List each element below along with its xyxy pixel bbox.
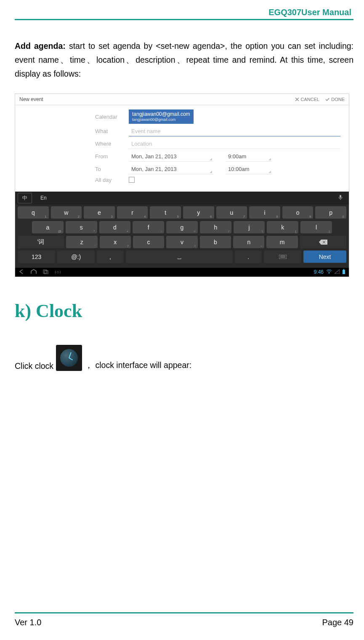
clock-paragraph: Click clock ， clock interface will appea… [15, 345, 353, 371]
from-label: From [95, 153, 129, 160]
kb-lang-en[interactable]: En [35, 194, 53, 202]
where-label: Where [95, 141, 129, 147]
kb-key-p[interactable]: p0 [315, 206, 346, 219]
clock-face-icon [60, 349, 78, 367]
kb-key-z[interactable]: z: [66, 236, 97, 248]
kb-backspace-key[interactable] [300, 236, 346, 248]
svg-point-11 [329, 272, 330, 274]
backspace-icon [319, 240, 327, 245]
svg-marker-12 [335, 269, 340, 274]
footer-version: Ver 1.0 [15, 618, 41, 627]
clock-app-icon[interactable] [56, 345, 82, 371]
android-statusbar: ⟮○⟯ 9:46 [15, 268, 349, 277]
to-date-picker[interactable]: Mon, Jan 21, 2013 [129, 164, 213, 174]
svg-rect-9 [43, 270, 47, 273]
nav-home-icon[interactable] [30, 269, 37, 275]
kb-symbols-key[interactable]: 123 [18, 251, 55, 263]
header-rule [15, 19, 353, 20]
nav-back-icon[interactable] [19, 269, 25, 275]
add-agenda-body: start to set agenda by <set-new agenda>,… [15, 41, 353, 78]
from-date-picker[interactable]: Mon, Jan 21, 2013 [129, 152, 213, 162]
statusbar-time: 9:46 [314, 269, 324, 275]
kb-next-key[interactable]: Next [303, 251, 346, 263]
kb-key-v[interactable]: v! [166, 236, 197, 248]
kb-key-g[interactable]: g= [166, 221, 198, 234]
svg-rect-2 [340, 195, 341, 198]
kb-key-a[interactable]: a@ [32, 221, 64, 234]
kb-key-s[interactable]: s* [66, 221, 97, 234]
mic-icon[interactable] [335, 195, 346, 202]
onscreen-keyboard: 中 En q1w2e3r4t5y6u7i8o9p0 a@s*d+f-g=h/j\… [15, 192, 349, 268]
kb-row-2: a@s*d+f-g=h/j\k(l) [18, 221, 346, 234]
new-event-title: New event [19, 96, 43, 102]
check-icon [325, 97, 329, 101]
svg-rect-13 [343, 270, 345, 274]
kb-key-k[interactable]: k( [267, 221, 298, 234]
kb-shift-key[interactable]: '词 [18, 236, 64, 248]
close-icon [295, 97, 299, 101]
kb-key-q[interactable]: q1 [18, 206, 49, 219]
location-input[interactable]: Location [129, 139, 340, 149]
to-time-picker[interactable]: 10:00am [226, 164, 272, 174]
wifi-icon [326, 269, 332, 275]
battery-icon [342, 269, 345, 275]
cancel-button[interactable]: CANCEL [295, 97, 320, 102]
kb-key-f[interactable]: f- [133, 221, 164, 234]
clock-text-after: ， clock interface will appear: [85, 360, 191, 371]
header-title: EGQ307User Manual [15, 4, 353, 17]
allday-label: All day [95, 177, 129, 183]
svg-rect-14 [343, 269, 344, 270]
from-time-picker[interactable]: 9:00am [226, 152, 272, 162]
kb-key-j[interactable]: j\ [234, 221, 265, 234]
kb-key-u[interactable]: u7 [216, 206, 247, 219]
kb-space-key[interactable]: ⎵ [126, 251, 233, 263]
kb-key-i[interactable]: i8 [249, 206, 280, 219]
allday-checkbox[interactable] [129, 177, 135, 183]
keyboard-icon [279, 255, 287, 259]
to-label: To [95, 166, 129, 172]
kb-key-n[interactable]: n~ [233, 236, 264, 248]
kb-lang-cn[interactable]: 中 [18, 193, 32, 203]
kb-key-b[interactable]: b [200, 236, 231, 248]
what-label: What [95, 128, 129, 134]
svg-rect-6 [279, 255, 287, 259]
kb-key-l[interactable]: l) [300, 221, 332, 234]
footer-rule [15, 612, 353, 613]
svg-rect-10 [45, 271, 48, 274]
kb-key-h[interactable]: h/ [200, 221, 231, 234]
footer-page: Page 49 [322, 618, 353, 627]
kb-row-3: '词 z:x?cv!bn~m [18, 236, 346, 248]
event-name-input[interactable]: Event name [129, 126, 340, 136]
add-agenda-lead: Add agenda: [15, 41, 66, 51]
kb-key-o[interactable]: o9 [282, 206, 314, 219]
kb-key-m[interactable]: m [266, 236, 298, 248]
kb-key-y[interactable]: y6 [183, 206, 214, 219]
page-footer: Ver 1.0 Page 49 [15, 612, 353, 627]
clock-text-before: Click clock [15, 361, 53, 371]
done-button[interactable]: DONE [325, 97, 345, 102]
kb-emoji-key[interactable]: @:) [57, 251, 95, 263]
calendar-selector[interactable]: tangjiawan00@gmail.com tangjiawan00@gmai… [129, 109, 194, 123]
kb-key-t[interactable]: t5 [150, 206, 181, 219]
kb-input-method-key[interactable] [264, 251, 301, 263]
signal-icon [335, 269, 340, 275]
kb-key-c[interactable]: c [133, 236, 164, 248]
kb-key-e[interactable]: e3 [84, 206, 115, 219]
kb-key-d[interactable]: d+ [99, 221, 131, 234]
add-agenda-paragraph: Add agenda: start to set agenda by <set-… [15, 39, 353, 81]
kb-key-w[interactable]: w2 [51, 206, 82, 219]
kb-row-1: q1w2e3r4t5y6u7i8o9p0 [18, 206, 346, 219]
event-form: Calendar tangjiawan00@gmail.com tangjiaw… [15, 105, 349, 191]
nav-screenshot-icon[interactable]: ⟮○⟯ [54, 269, 62, 275]
section-heading-clock: k) Clock [15, 300, 353, 322]
kb-key-r[interactable]: r4 [117, 206, 148, 219]
kb-period-key[interactable]: . [235, 251, 262, 263]
new-event-topbar: New event CANCEL DONE [15, 94, 349, 105]
calendar-label: Calendar [95, 114, 129, 120]
new-event-screenshot: New event CANCEL DONE Calendar tangjiawa… [15, 93, 349, 277]
kb-row-4: 123 @:) , ⎵ . Next [18, 251, 346, 263]
kb-key-x[interactable]: x? [100, 236, 131, 248]
kb-comma-key[interactable]: , [97, 251, 124, 263]
nav-recent-icon[interactable] [42, 269, 49, 275]
